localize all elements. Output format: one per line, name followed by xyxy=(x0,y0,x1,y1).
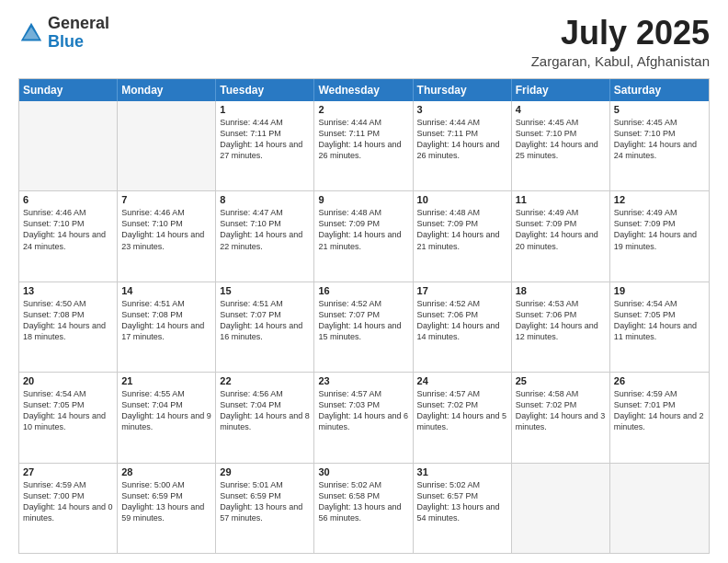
day-number: 2 xyxy=(318,104,408,115)
calendar-body: 1Sunrise: 4:44 AMSunset: 7:11 PMDaylight… xyxy=(19,101,709,553)
calendar-cell: 12Sunrise: 4:49 AMSunset: 7:09 PMDayligh… xyxy=(610,191,709,281)
cell-details: Sunrise: 4:44 AMSunset: 7:11 PMDaylight:… xyxy=(220,117,310,162)
cell-details: Sunrise: 4:53 AMSunset: 7:06 PMDaylight:… xyxy=(516,298,606,343)
calendar-cell: 16Sunrise: 4:52 AMSunset: 7:07 PMDayligh… xyxy=(314,282,413,372)
calendar-cell: 25Sunrise: 4:58 AMSunset: 7:02 PMDayligh… xyxy=(512,373,610,462)
day-number: 4 xyxy=(516,104,606,115)
calendar-cell: 15Sunrise: 4:51 AMSunset: 7:07 PMDayligh… xyxy=(216,282,314,372)
logo-text: General Blue xyxy=(48,15,109,52)
calendar-cell: 29Sunrise: 5:01 AMSunset: 6:59 PMDayligh… xyxy=(216,464,314,553)
cell-details: Sunrise: 4:59 AMSunset: 7:01 PMDaylight:… xyxy=(614,388,705,433)
day-number: 19 xyxy=(614,285,705,296)
calendar-cell: 4Sunrise: 4:45 AMSunset: 7:10 PMDaylight… xyxy=(512,101,610,190)
calendar-cell: 2Sunrise: 4:44 AMSunset: 7:11 PMDaylight… xyxy=(314,101,413,190)
cell-details: Sunrise: 4:55 AMSunset: 7:04 PMDaylight:… xyxy=(121,388,211,433)
calendar-cell: 9Sunrise: 4:48 AMSunset: 7:09 PMDaylight… xyxy=(314,191,413,281)
calendar-cell: 7Sunrise: 4:46 AMSunset: 7:10 PMDaylight… xyxy=(118,191,216,281)
header-day-friday: Friday xyxy=(512,79,610,101)
calendar-cell: 22Sunrise: 4:56 AMSunset: 7:04 PMDayligh… xyxy=(216,373,314,462)
day-number: 25 xyxy=(516,375,606,386)
calendar-cell: 13Sunrise: 4:50 AMSunset: 7:08 PMDayligh… xyxy=(19,282,118,372)
calendar-cell xyxy=(19,101,118,190)
cell-details: Sunrise: 4:48 AMSunset: 7:09 PMDaylight:… xyxy=(417,207,507,252)
month-title: July 2025 xyxy=(531,15,710,52)
day-number: 29 xyxy=(220,466,310,477)
header-day-wednesday: Wednesday xyxy=(314,79,413,101)
day-number: 26 xyxy=(614,375,705,386)
cell-details: Sunrise: 4:49 AMSunset: 7:09 PMDaylight:… xyxy=(516,207,606,252)
day-number: 9 xyxy=(318,194,408,205)
calendar-cell: 18Sunrise: 4:53 AMSunset: 7:06 PMDayligh… xyxy=(512,282,610,372)
cell-details: Sunrise: 4:45 AMSunset: 7:10 PMDaylight:… xyxy=(614,117,705,162)
cell-details: Sunrise: 4:49 AMSunset: 7:09 PMDaylight:… xyxy=(614,207,705,252)
calendar-row-3: 20Sunrise: 4:54 AMSunset: 7:05 PMDayligh… xyxy=(19,372,709,462)
calendar-cell: 20Sunrise: 4:54 AMSunset: 7:05 PMDayligh… xyxy=(19,373,118,462)
calendar-cell: 8Sunrise: 4:47 AMSunset: 7:10 PMDaylight… xyxy=(216,191,314,281)
day-number: 11 xyxy=(516,194,606,205)
calendar-cell: 26Sunrise: 4:59 AMSunset: 7:01 PMDayligh… xyxy=(610,373,709,462)
calendar-row-4: 27Sunrise: 4:59 AMSunset: 7:00 PMDayligh… xyxy=(19,463,709,553)
title-block: July 2025 Zargaran, Kabul, Afghanistan xyxy=(531,15,710,69)
calendar-cell xyxy=(118,101,216,190)
logo: General Blue xyxy=(18,15,109,52)
calendar-cell: 27Sunrise: 4:59 AMSunset: 7:00 PMDayligh… xyxy=(19,464,118,553)
calendar-cell: 19Sunrise: 4:54 AMSunset: 7:05 PMDayligh… xyxy=(610,282,709,372)
calendar-cell: 3Sunrise: 4:44 AMSunset: 7:11 PMDaylight… xyxy=(414,101,512,190)
day-number: 31 xyxy=(417,466,507,477)
logo-icon xyxy=(18,20,44,46)
calendar-cell: 23Sunrise: 4:57 AMSunset: 7:03 PMDayligh… xyxy=(314,373,413,462)
calendar-cell: 14Sunrise: 4:51 AMSunset: 7:08 PMDayligh… xyxy=(118,282,216,372)
day-number: 5 xyxy=(614,104,705,115)
calendar-cell xyxy=(512,464,610,553)
cell-details: Sunrise: 4:57 AMSunset: 7:02 PMDaylight:… xyxy=(417,388,507,433)
day-number: 18 xyxy=(516,285,606,296)
calendar-cell: 10Sunrise: 4:48 AMSunset: 7:09 PMDayligh… xyxy=(414,191,512,281)
cell-details: Sunrise: 4:50 AMSunset: 7:08 PMDaylight:… xyxy=(23,298,113,343)
header-day-saturday: Saturday xyxy=(610,79,709,101)
day-number: 23 xyxy=(318,375,408,386)
calendar-cell: 24Sunrise: 4:57 AMSunset: 7:02 PMDayligh… xyxy=(414,373,512,462)
cell-details: Sunrise: 4:46 AMSunset: 7:10 PMDaylight:… xyxy=(23,207,113,252)
logo-blue-text: Blue xyxy=(48,32,84,51)
cell-details: Sunrise: 4:57 AMSunset: 7:03 PMDaylight:… xyxy=(318,388,408,433)
day-number: 30 xyxy=(318,466,408,477)
day-number: 3 xyxy=(417,104,507,115)
cell-details: Sunrise: 4:56 AMSunset: 7:04 PMDaylight:… xyxy=(220,388,310,433)
cell-details: Sunrise: 4:51 AMSunset: 7:08 PMDaylight:… xyxy=(121,298,211,343)
cell-details: Sunrise: 4:51 AMSunset: 7:07 PMDaylight:… xyxy=(220,298,310,343)
day-number: 16 xyxy=(318,285,408,296)
day-number: 14 xyxy=(121,285,211,296)
cell-details: Sunrise: 4:54 AMSunset: 7:05 PMDaylight:… xyxy=(614,298,705,343)
day-number: 21 xyxy=(121,375,211,386)
day-number: 6 xyxy=(23,194,113,205)
cell-details: Sunrise: 4:58 AMSunset: 7:02 PMDaylight:… xyxy=(516,388,606,433)
day-number: 1 xyxy=(220,104,310,115)
cell-details: Sunrise: 5:02 AMSunset: 6:58 PMDaylight:… xyxy=(318,479,408,524)
calendar-cell: 21Sunrise: 4:55 AMSunset: 7:04 PMDayligh… xyxy=(118,373,216,462)
calendar-cell xyxy=(610,464,709,553)
day-number: 12 xyxy=(614,194,705,205)
cell-details: Sunrise: 5:00 AMSunset: 6:59 PMDaylight:… xyxy=(121,479,211,524)
day-number: 28 xyxy=(121,466,211,477)
header-day-tuesday: Tuesday xyxy=(216,79,314,101)
calendar-header: SundayMondayTuesdayWednesdayThursdayFrid… xyxy=(19,79,709,101)
day-number: 7 xyxy=(121,194,211,205)
day-number: 22 xyxy=(220,375,310,386)
cell-details: Sunrise: 4:45 AMSunset: 7:10 PMDaylight:… xyxy=(516,117,606,162)
calendar-row-0: 1Sunrise: 4:44 AMSunset: 7:11 PMDaylight… xyxy=(19,101,709,190)
header-day-monday: Monday xyxy=(118,79,216,101)
day-number: 13 xyxy=(23,285,113,296)
cell-details: Sunrise: 4:47 AMSunset: 7:10 PMDaylight:… xyxy=(220,207,310,252)
location: Zargaran, Kabul, Afghanistan xyxy=(531,53,710,69)
header: General Blue July 2025 Zargaran, Kabul, … xyxy=(18,15,710,69)
calendar-cell: 1Sunrise: 4:44 AMSunset: 7:11 PMDaylight… xyxy=(216,101,314,190)
day-number: 24 xyxy=(417,375,507,386)
logo-general-text: General xyxy=(48,14,109,32)
day-number: 10 xyxy=(417,194,507,205)
calendar-row-2: 13Sunrise: 4:50 AMSunset: 7:08 PMDayligh… xyxy=(19,282,709,372)
day-number: 17 xyxy=(417,285,507,296)
day-number: 20 xyxy=(23,375,113,386)
cell-details: Sunrise: 4:54 AMSunset: 7:05 PMDaylight:… xyxy=(23,388,113,433)
calendar-cell: 30Sunrise: 5:02 AMSunset: 6:58 PMDayligh… xyxy=(314,464,413,553)
calendar-cell: 11Sunrise: 4:49 AMSunset: 7:09 PMDayligh… xyxy=(512,191,610,281)
